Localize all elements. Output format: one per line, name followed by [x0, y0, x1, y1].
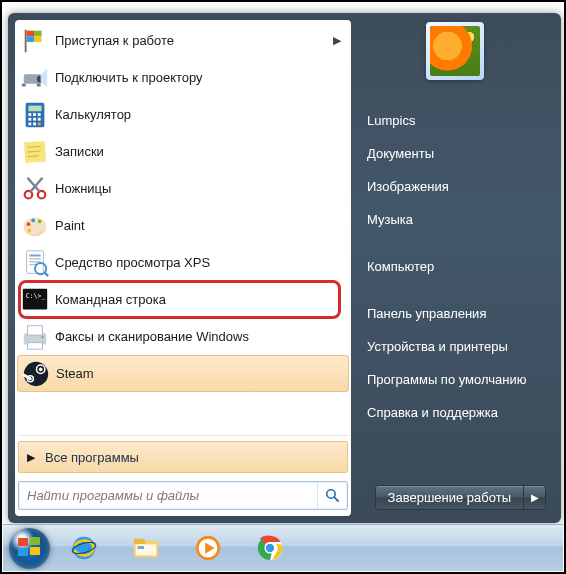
svg-rect-16	[38, 117, 41, 120]
svg-rect-34	[29, 254, 40, 256]
svg-rect-8	[37, 83, 41, 86]
taskbar-ie[interactable]	[56, 528, 112, 568]
separator	[18, 435, 348, 436]
svg-rect-54	[18, 548, 28, 556]
user-picture-frame	[363, 20, 546, 100]
svg-rect-3	[27, 36, 35, 42]
svg-rect-61	[138, 546, 145, 549]
right-link-user[interactable]: Lumpics	[363, 104, 546, 137]
right-link-label: Компьютер	[367, 259, 434, 274]
svg-rect-13	[38, 113, 41, 116]
program-label: Steam	[56, 366, 344, 381]
svg-rect-15	[33, 117, 36, 120]
svg-line-39	[44, 272, 48, 276]
right-link-label: Музыка	[367, 212, 413, 227]
program-label: Командная строка	[55, 292, 345, 307]
svg-rect-35	[29, 258, 40, 259]
svg-rect-1	[27, 30, 35, 36]
paint-icon	[19, 210, 51, 242]
right-link-label: Документы	[367, 146, 434, 161]
program-label: Paint	[55, 218, 345, 233]
svg-rect-36	[29, 261, 40, 262]
calculator-icon	[19, 99, 51, 131]
sticky-notes-icon	[19, 136, 51, 168]
svg-rect-7	[22, 83, 26, 86]
svg-rect-59	[134, 539, 145, 545]
program-snipping-tool[interactable]: Ножницы	[17, 170, 349, 207]
start-left-pane: Приступая к работе▶Подключить к проектор…	[15, 20, 351, 516]
svg-point-45	[41, 335, 44, 338]
program-list: Приступая к работе▶Подключить к проектор…	[17, 22, 349, 432]
program-getting-started[interactable]: Приступая к работе▶	[17, 22, 349, 59]
right-link-music[interactable]: Музыка	[363, 203, 546, 236]
program-label: Факсы и сканирование Windows	[55, 329, 345, 344]
right-link-control-panel[interactable]: Панель управления	[363, 297, 546, 330]
start-right-pane: LumpicsДокументыИзображенияМузыкаКомпьют…	[351, 20, 554, 516]
all-programs[interactable]: ▶ Все программы	[18, 441, 348, 473]
right-link-label: Изображения	[367, 179, 449, 194]
program-steam[interactable]: Steam	[17, 355, 349, 392]
svg-rect-55	[30, 547, 40, 555]
svg-rect-20	[24, 140, 46, 162]
right-links: LumpicsДокументыИзображенияМузыкаКомпьют…	[363, 104, 546, 429]
taskbar	[3, 524, 563, 571]
svg-point-29	[27, 222, 31, 226]
svg-point-48	[39, 367, 43, 371]
program-paint[interactable]: Paint	[17, 207, 349, 244]
submenu-arrow-icon: ▶	[333, 34, 345, 47]
svg-text:C:\>_: C:\>_	[26, 292, 46, 300]
right-link-label: Панель управления	[367, 306, 486, 321]
right-link-default-programs[interactable]: Программы по умолчанию	[363, 363, 546, 396]
right-link-label: Lumpics	[367, 113, 415, 128]
svg-rect-17	[28, 122, 31, 125]
shutdown-button[interactable]: Завершение работы ▶	[375, 485, 546, 510]
program-label: Подключить к проектору	[55, 70, 345, 85]
svg-rect-44	[28, 342, 43, 349]
svg-rect-11	[28, 113, 31, 116]
shutdown-options-arrow-icon[interactable]: ▶	[523, 486, 545, 509]
steam-icon	[20, 358, 52, 390]
program-label: Калькулятор	[55, 107, 345, 122]
program-command-prompt[interactable]: C:\>_Командная строка	[17, 281, 349, 318]
svg-rect-2	[34, 30, 42, 36]
svg-rect-10	[28, 105, 41, 111]
shutdown-label: Завершение работы	[376, 486, 523, 509]
right-link-label: Программы по умолчанию	[367, 372, 526, 387]
taskbar-media-player[interactable]	[180, 528, 236, 568]
svg-point-31	[38, 219, 42, 223]
svg-point-32	[28, 228, 32, 232]
program-xps-viewer[interactable]: Средство просмотра XPS	[17, 244, 349, 281]
taskbar-chrome[interactable]	[242, 528, 298, 568]
svg-rect-52	[18, 538, 28, 546]
svg-rect-12	[33, 113, 36, 116]
right-link-label: Устройства и принтеры	[367, 339, 508, 354]
program-label: Средство просмотра XPS	[55, 255, 345, 270]
svg-point-46	[24, 361, 48, 385]
getting-started-icon	[19, 25, 51, 57]
program-label: Приступая к работе	[55, 33, 329, 48]
start-button[interactable]	[9, 528, 50, 569]
right-link-devices[interactable]: Устройства и принтеры	[363, 330, 546, 363]
program-sticky-notes[interactable]: Записки	[17, 133, 349, 170]
program-calculator[interactable]: Калькулятор	[17, 96, 349, 133]
all-programs-label: Все программы	[45, 450, 139, 465]
taskbar-explorer[interactable]	[118, 528, 174, 568]
program-fax-scan[interactable]: Факсы и сканирование Windows	[17, 318, 349, 355]
screenshot-frame: Приступая к работе▶Подключить к проектор…	[0, 0, 566, 574]
program-connect-projector[interactable]: Подключить к проектору	[17, 59, 349, 96]
connect-projector-icon	[19, 62, 51, 94]
program-label: Ножницы	[55, 181, 345, 196]
xps-viewer-icon	[19, 247, 51, 279]
search-icon[interactable]	[317, 482, 347, 509]
svg-point-30	[31, 218, 35, 222]
right-link-computer[interactable]: Компьютер	[363, 250, 546, 283]
right-link-pictures[interactable]: Изображения	[363, 170, 546, 203]
right-link-documents[interactable]: Документы	[363, 137, 546, 170]
program-label: Записки	[55, 144, 345, 159]
search-box[interactable]: Найти программы и файлы	[18, 481, 348, 510]
right-link-help[interactable]: Справка и поддержка	[363, 396, 546, 429]
svg-rect-53	[30, 537, 40, 545]
user-picture[interactable]	[426, 22, 484, 80]
search-placeholder: Найти программы и файлы	[19, 482, 317, 509]
fax-scan-icon	[19, 321, 51, 353]
